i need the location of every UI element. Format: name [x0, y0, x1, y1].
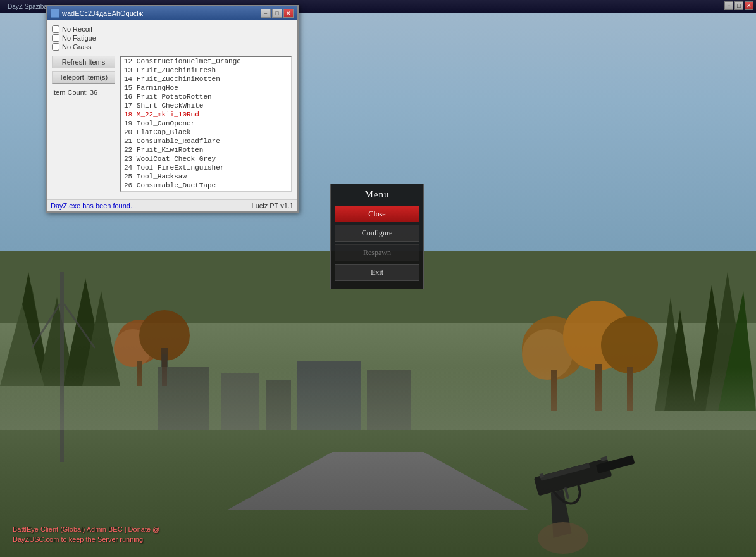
no-recoil-label: No Recoil — [62, 25, 92, 33]
game-menu-title: Menu — [335, 189, 419, 200]
refresh-items-button[interactable]: Refresh Items — [52, 56, 115, 68]
main-area: Refresh Items Teleport Item(s) Item Coun… — [52, 56, 292, 192]
list-item[interactable]: 20 FlatCap_Black — [121, 128, 291, 137]
no-recoil-checkbox[interactable] — [52, 25, 59, 33]
list-item[interactable]: 16 Fruit_PotatoRotten — [121, 92, 291, 101]
svg-line-24 — [32, 304, 60, 348]
checkboxes-group: No Recoil No Fatigue No Grass — [52, 25, 292, 51]
status-version-text: Luciz PT v1.1 — [252, 202, 294, 210]
item-count-value: 36 — [90, 89, 97, 96]
list-item[interactable]: 15 FarmingHoe — [121, 84, 291, 92]
minimize-button[interactable]: − — [261, 9, 271, 18]
main-minimize-btn[interactable]: − — [724, 1, 733, 10]
status-bar: DayZ.exe has been found... Luciz PT v1.1 — [47, 199, 297, 211]
close-button[interactable]: ✕ — [283, 9, 294, 18]
battleye-notice: BattlEye Client (Global) Admin BEC | Don… — [13, 525, 159, 544]
tool-window-title: wadECc2J4даEAhOquclж — [62, 9, 143, 17]
no-recoil-checkbox-label[interactable]: No Recoil — [52, 25, 292, 33]
items-listbox[interactable]: 12 ConstructionHelmet_Orange13 Fruit_Zuc… — [120, 56, 292, 192]
list-item[interactable]: 23 WoolCoat_Check_Grey — [121, 154, 291, 163]
titlebar-title-group: wadECc2J4даEAhOquclж — [51, 9, 143, 18]
battleye-line2: DayZUSC.com to keep the Server running — [13, 535, 159, 544]
main-close-btn[interactable]: ✕ — [745, 1, 753, 10]
tool-titlebar[interactable]: wadECc2J4даEAhOquclж − □ ✕ — [47, 6, 297, 20]
list-item[interactable]: 21 Consumable_Roadflare — [121, 137, 291, 146]
game-menu-configure-btn[interactable]: Configure — [335, 225, 419, 242]
no-fatigue-label: No Fatigue — [62, 34, 96, 42]
battleye-line1: BattlEye Client (Global) Admin BEC | Don… — [13, 525, 159, 534]
no-grass-label: No Grass — [62, 43, 91, 51]
list-item[interactable]: 22 Fruit_KiwiRotten — [121, 146, 291, 154]
list-item[interactable]: 25 Tool_Hacksaw — [121, 172, 291, 181]
main-maximize-btn[interactable]: □ — [734, 1, 743, 10]
tool-window: wadECc2J4даEAhOquclж − □ ✕ No Recoil No … — [46, 5, 299, 213]
no-grass-checkbox[interactable] — [52, 43, 59, 51]
main-window-controls: − □ ✕ — [724, 1, 753, 10]
left-panel: Refresh Items Teleport Item(s) Item Coun… — [52, 56, 115, 192]
list-item[interactable]: 14 Fruit_ZucchiniRotten — [121, 75, 291, 84]
app-title: DayZ Spaziba — [3, 3, 53, 10]
status-found-text: DayZ.exe has been found... — [51, 202, 136, 210]
svg-line-25 — [64, 304, 95, 348]
svg-rect-27 — [161, 348, 168, 367]
list-item[interactable]: 19 Tool_CanOpener — [121, 119, 291, 128]
list-item[interactable]: 18 M_22_mkii_10Rnd — [121, 110, 291, 119]
list-item[interactable]: 26 Consumable_DuctTape — [121, 181, 291, 190]
game-menu-respawn-btn: Respawn — [335, 244, 419, 261]
teleport-items-button[interactable]: Teleport Item(s) — [52, 71, 115, 84]
list-item[interactable]: 24 Tool_FireExtinguisher — [121, 163, 291, 172]
svg-point-39 — [538, 522, 588, 554]
no-grass-checkbox-label[interactable]: No Grass — [52, 43, 292, 51]
game-menu-exit-btn[interactable]: Exit — [335, 264, 419, 281]
titlebar-controls: − □ ✕ — [261, 9, 294, 18]
fog-overlay — [0, 367, 756, 430]
no-fatigue-checkbox[interactable] — [52, 34, 59, 42]
maximize-button[interactable]: □ — [272, 9, 282, 18]
item-count-display: Item Count: 36 — [52, 89, 115, 96]
tool-content: No Recoil No Fatigue No Grass Refresh It… — [47, 20, 297, 197]
list-item[interactable]: 12 ConstructionHelmet_Orange — [121, 57, 291, 66]
list-item[interactable]: 27 ConstructionHelmet_Orange — [121, 190, 291, 192]
list-item[interactable]: 17 Shirt_CheckWhite — [121, 101, 291, 110]
titlebar-icon — [51, 9, 59, 18]
no-fatigue-checkbox-label[interactable]: No Fatigue — [52, 34, 292, 42]
game-menu: Menu Close Configure Respawn Exit — [330, 184, 424, 289]
svg-rect-36 — [564, 487, 570, 499]
svg-point-19 — [601, 316, 658, 373]
list-item[interactable]: 13 Fruit_ZucchiniFresh — [121, 66, 291, 75]
item-count-label: Item Count: — [52, 89, 88, 96]
game-menu-close-btn[interactable]: Close — [335, 206, 419, 222]
